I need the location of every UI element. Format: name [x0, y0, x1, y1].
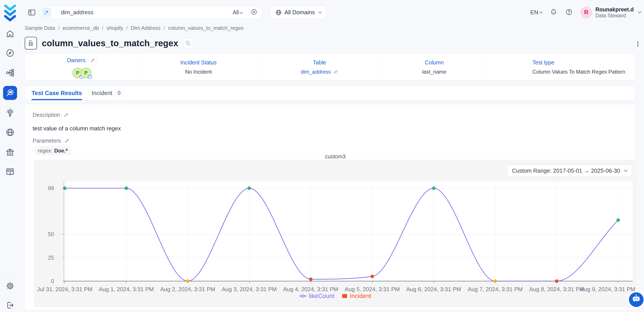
- owner-badge-icon: [88, 75, 92, 79]
- svg-text:Aug 3, 2024, 3:31 PM: Aug 3, 2024, 3:31 PM: [222, 286, 277, 292]
- breadcrumb-item[interactable]: column_values_to_match_regex: [168, 25, 244, 31]
- tab-incident[interactable]: Incident 0: [92, 86, 123, 100]
- svg-text:0: 0: [51, 278, 54, 284]
- description-text: test value of a column match regex: [32, 125, 121, 132]
- chevron-down-icon: [539, 10, 543, 14]
- test-type-value: Column Values To Match Regex Pattern: [532, 69, 626, 75]
- svg-text:99: 99: [48, 185, 54, 191]
- svg-text:Jul 31, 2024, 3:31 PM: Jul 31, 2024, 3:31 PM: [37, 286, 92, 292]
- sidebar-collapse-button[interactable]: [28, 8, 36, 17]
- owner-avatar[interactable]: P: [81, 68, 91, 78]
- owner-avatars[interactable]: P P: [72, 68, 91, 78]
- search-input[interactable]: [60, 9, 232, 16]
- legend-item-incident[interactable]: Incident: [342, 292, 371, 299]
- robot-icon: [629, 292, 644, 307]
- table-link[interactable]: dim_address: [301, 69, 338, 75]
- breadcrumb-item[interactable]: Dim Address: [131, 25, 160, 31]
- incident-status-label: Incident Status: [180, 59, 216, 66]
- edit-description-icon[interactable]: [64, 112, 69, 118]
- incident-status-cell: Incident Status No Incident: [139, 54, 258, 80]
- legend-item-likecount[interactable]: likeCount: [299, 292, 334, 299]
- parameters-label: Parameters: [32, 138, 61, 144]
- breadcrumb-item[interactable]: shopify: [106, 25, 123, 31]
- svg-text:Aug 5, 2024, 3:31 PM: Aug 5, 2024, 3:31 PM: [345, 286, 400, 292]
- avatar: R: [580, 7, 592, 18]
- book-icon: [6, 167, 15, 176]
- svg-text:50: 50: [48, 231, 54, 237]
- breadcrumb-separator: /: [102, 25, 104, 31]
- user-menu[interactable]: R Rounakpreet.d Data Steward: [580, 6, 641, 19]
- global-search-bar[interactable]: All: [40, 6, 263, 19]
- user-role: Data Steward: [596, 13, 634, 19]
- copy-name-button[interactable]: [183, 38, 193, 48]
- search-scope-dropdown[interactable]: All: [232, 9, 242, 16]
- ai-sparkles-icon[interactable]: [42, 8, 52, 17]
- line-marker-icon: [299, 295, 306, 296]
- tab-test-case-results[interactable]: Test Case Results: [32, 86, 82, 100]
- notifications-button[interactable]: [550, 8, 557, 17]
- test-type-label: Test type: [532, 59, 554, 66]
- sidebar-item-explore[interactable]: [3, 46, 17, 60]
- chevron-down-icon: [638, 10, 642, 14]
- incident-status-value: No Incident: [185, 69, 212, 75]
- search-clear-button[interactable]: [250, 8, 258, 17]
- chart-legend: likeCount Incident: [34, 292, 636, 299]
- edit-parameters-icon[interactable]: [64, 138, 70, 143]
- active-tab-underline: [32, 99, 82, 100]
- sidebar-item-logout[interactable]: [3, 298, 17, 312]
- all-domains-label: All Domains: [284, 9, 315, 16]
- sidebar-item-settings[interactable]: [3, 279, 17, 293]
- svg-text:25: 25: [48, 255, 54, 261]
- more-options-button[interactable]: [634, 39, 642, 49]
- sidebar-item-insights[interactable]: [3, 106, 17, 120]
- test-case-icon: [25, 37, 37, 50]
- chart-panel: Custom Range: 2017-05-01 → 2025-06-30 02…: [34, 160, 636, 307]
- chart-title: custom3: [34, 153, 636, 160]
- sidebar-item-domains[interactable]: [3, 125, 17, 139]
- chat-bot-button[interactable]: [629, 292, 644, 307]
- test-results-line-chart: 0255099Jul 31, 2024, 3:31 PMAug 1, 2024,…: [34, 160, 636, 307]
- sidebar: [0, 0, 20, 312]
- help-button[interactable]: [565, 8, 573, 17]
- owners-cell: Owners P P: [25, 54, 139, 80]
- column-cell: Column last_name: [381, 54, 488, 80]
- square-marker-icon: [342, 294, 347, 298]
- sidebar-item-govern[interactable]: [3, 145, 17, 159]
- breadcrumb-separator: /: [126, 25, 128, 31]
- language-selector[interactable]: EN: [530, 9, 542, 16]
- description-label: Description: [32, 112, 60, 118]
- bell-icon: [550, 8, 557, 16]
- table-label: Table: [313, 59, 326, 66]
- edit-owners-button[interactable]: [88, 56, 97, 65]
- app-screen: All All Domains EN R: [0, 0, 644, 312]
- bank-icon: [6, 147, 15, 157]
- observability-icon: [6, 88, 15, 97]
- summary-card: Owners P P Incident Status No Incident T…: [25, 54, 635, 81]
- owners-label: Owners: [67, 57, 86, 64]
- chevron-down-icon: [318, 10, 322, 14]
- svg-text:Aug 2, 2024, 3:31 PM: Aug 2, 2024, 3:31 PM: [160, 286, 215, 292]
- svg-text:Aug 8, 2024, 3:31 PM: Aug 8, 2024, 3:31 PM: [529, 286, 584, 292]
- sidebar-item-observability[interactable]: [3, 86, 17, 100]
- breadcrumb-item[interactable]: ecommerce_db: [62, 25, 99, 31]
- copy-icon: [185, 40, 191, 46]
- parameter-value: Doe.*: [54, 148, 68, 154]
- breadcrumb-separator: /: [164, 25, 165, 31]
- sidebar-item-data-flow[interactable]: [3, 66, 17, 80]
- globe-icon: [275, 9, 282, 16]
- kebab-menu-icon: [634, 40, 641, 48]
- question-circle-icon: [565, 8, 573, 16]
- sidebar-item-glossary[interactable]: [3, 165, 17, 179]
- all-domains-button[interactable]: All Domains: [270, 6, 326, 19]
- column-label: Column: [425, 59, 444, 66]
- incident-count-badge: 0: [115, 89, 123, 97]
- breadcrumb-separator: /: [58, 25, 60, 31]
- globe-icon: [6, 128, 15, 137]
- sidebar-item-home[interactable]: [3, 27, 17, 41]
- home-icon: [6, 29, 15, 38]
- topbar: All All Domains EN R: [20, 0, 644, 25]
- test-case-results-panel: Description test value of a column match…: [25, 104, 635, 310]
- svg-text:Aug 4, 2024, 3:31 PM: Aug 4, 2024, 3:31 PM: [283, 286, 338, 292]
- svg-text:Aug 7, 2024, 3:31 PM: Aug 7, 2024, 3:31 PM: [468, 286, 523, 292]
- breadcrumb-item[interactable]: Sample Data: [25, 25, 55, 31]
